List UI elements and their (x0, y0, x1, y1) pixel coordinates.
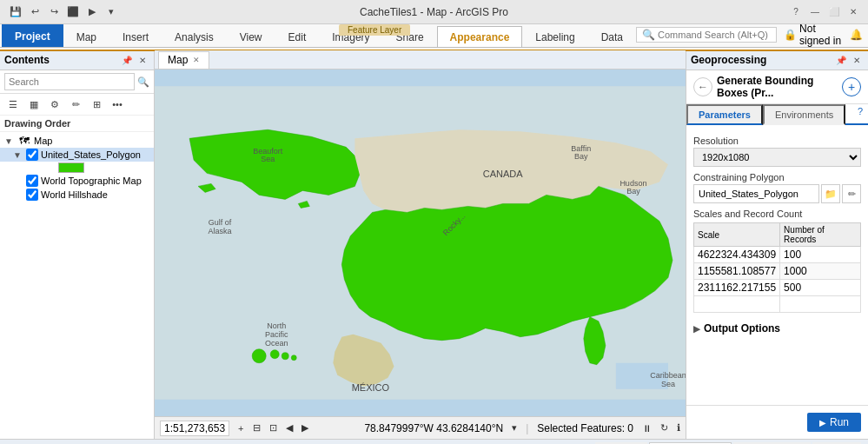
contents-title: Contents (4, 54, 50, 66)
table-row[interactable]: 1155581.108577 1000 (694, 263, 861, 280)
undo-btn[interactable]: ↩ (26, 3, 43, 21)
save-btn[interactable]: 💾 (7, 3, 24, 21)
browse-polygon-btn[interactable]: 📁 (821, 184, 840, 203)
tab-view[interactable]: View (227, 26, 275, 47)
resolution-select[interactable]: 1920x1080 1280x720 3840x2160 (693, 148, 861, 167)
close-geo-btn[interactable]: ✕ (850, 53, 864, 67)
tab-analysis[interactable]: Analysis (162, 26, 227, 47)
map-tab-label: Map (168, 54, 188, 66)
pin-btn[interactable]: 📌 (120, 53, 134, 67)
add-tool-btn[interactable]: + (842, 77, 861, 96)
map-tab[interactable]: Map ✕ (158, 51, 209, 69)
list-item[interactable]: World Topographic Map (0, 174, 154, 188)
svg-text:Bay: Bay (626, 187, 640, 195)
tab-project[interactable]: Project (2, 24, 63, 47)
zoom-in-btn[interactable]: + (238, 423, 243, 434)
scale-selector[interactable]: 1:51,273,653 (160, 421, 229, 436)
constraining-polygon-input[interactable] (693, 184, 819, 203)
run-button[interactable]: ▶ Run (807, 413, 861, 432)
settings-btn[interactable]: ⚙ (45, 96, 64, 113)
layer-visibility-checkbox[interactable] (26, 175, 38, 187)
tab-labeling[interactable]: Labeling (522, 26, 587, 47)
table-row-empty[interactable] (694, 296, 861, 313)
layer-color-swatch[interactable] (58, 162, 84, 173)
window-controls: ? — ⬜ ✕ (788, 4, 861, 20)
back-btn[interactable]: ← (693, 77, 712, 96)
filter-btn[interactable]: ▦ (24, 96, 43, 113)
add-btn[interactable]: ⊞ (87, 96, 106, 113)
maximize-btn[interactable]: ⬜ (826, 4, 842, 20)
svg-point-4 (282, 353, 288, 360)
list-item[interactable]: ▼ United_States_Polygon (0, 148, 154, 162)
help-btn[interactable]: ? (788, 4, 804, 20)
map-tab-bar: Map ✕ (155, 50, 686, 70)
map-area[interactable]: Map ✕ (155, 50, 686, 439)
run-icon: ▶ (819, 418, 826, 427)
contents-search-input[interactable] (4, 73, 135, 90)
tab-appearance[interactable]: Appearance (437, 26, 523, 47)
pause-btn[interactable]: ⏸ (642, 423, 652, 434)
close-panel-btn[interactable]: ✕ (136, 53, 149, 67)
expand-icon: ▼ (4, 136, 15, 146)
list-item[interactable]: ▼ 🗺 Map (0, 134, 154, 148)
expand-icon: ▼ (13, 150, 23, 160)
geo-tool-name: Generate Bounding Boxes (Pr... (717, 75, 838, 99)
stop-btn[interactable]: ⬛ (64, 3, 82, 21)
quick-access-buttons: 💾 ↩ ↪ ⬛ ▶ ▾ (7, 3, 120, 21)
geoprocessing-panel: Geoprocessing 📌 ✕ ← Generate Bounding Bo… (686, 50, 868, 439)
tab-parameters[interactable]: Parameters (686, 104, 763, 125)
svg-text:Sea: Sea (261, 155, 275, 163)
search-icon: 🔍 (642, 29, 655, 41)
close-tab-icon[interactable]: ✕ (193, 56, 200, 64)
bell-icon: 🔔 (850, 29, 863, 41)
panel-controls: 📌 ✕ (120, 53, 149, 67)
tab-insert[interactable]: Insert (109, 26, 162, 47)
map-svg: Gulf of Alaska Beaufort Sea Baffin Bay H… (155, 70, 686, 416)
play-btn[interactable]: ▶ (83, 3, 101, 21)
tab-environments[interactable]: Environments (763, 104, 845, 125)
title-bar: 💾 ↩ ↪ ⬛ ▶ ▾ CacheTiles1 - Map - ArcGIS P… (0, 0, 868, 24)
list-view-btn[interactable]: ☰ (3, 96, 23, 113)
svg-point-3 (270, 350, 279, 359)
command-search-input[interactable] (658, 30, 771, 40)
tab-edit[interactable]: Edit (275, 26, 320, 47)
records-value: 500 (780, 280, 861, 296)
info-btn[interactable]: ℹ (677, 422, 680, 434)
zoom-out-btn[interactable]: ⊟ (253, 422, 261, 434)
close-btn[interactable]: ✕ (845, 4, 861, 20)
feature-layer-context-tab: Feature Layer (339, 24, 410, 36)
table-row[interactable]: 2311162.217155 500 (694, 280, 861, 296)
redo-btn[interactable]: ↪ (45, 3, 63, 21)
edit-polygon-btn[interactable]: ✏ (842, 184, 861, 203)
pin-geo-btn[interactable]: 📌 (834, 53, 848, 67)
refresh-btn[interactable]: ↻ (660, 422, 668, 434)
svg-text:Pacific: Pacific (265, 330, 288, 339)
quick-access-toolbar: 💾 ↩ ↪ ⬛ ▶ ▾ (7, 3, 120, 21)
list-item[interactable]: World Hillshade (0, 188, 154, 202)
table-row[interactable]: 4622324.434309 100 (694, 247, 861, 263)
scale-empty (694, 296, 780, 313)
dropdown-btn[interactable]: ▾ (103, 3, 120, 21)
contents-search-bar: 🔍 (0, 70, 154, 94)
minimize-btn[interactable]: — (807, 4, 823, 20)
tab-map[interactable]: Map (63, 26, 109, 47)
scale-value: 4622324.434309 (694, 247, 780, 263)
map-canvas[interactable]: Gulf of Alaska Beaufort Sea Baffin Bay H… (155, 70, 686, 416)
resolution-field-row: 1920x1080 1280x720 3840x2160 (693, 148, 861, 167)
tab-data[interactable]: Data (588, 26, 636, 47)
output-options-header[interactable]: ▶ Output Options (693, 320, 861, 337)
help-icon[interactable]: ? (852, 104, 868, 123)
next-extent-btn[interactable]: ▶ (301, 422, 308, 434)
layer-visibility-checkbox[interactable] (26, 189, 38, 201)
edit-btn[interactable]: ✏ (66, 96, 85, 113)
geo-footer: ▶ Run (686, 405, 868, 439)
coordinate-dropdown-btn[interactable]: ▾ (512, 422, 517, 434)
contents-panel: Contents 📌 ✕ 🔍 ☰ ▦ ⚙ ✏ ⊞ ••• Drawing Ord… (0, 50, 155, 439)
layer-visibility-checkbox[interactable] (26, 149, 38, 161)
records-header: Number of Records (780, 223, 861, 247)
more-btn[interactable]: ••• (108, 96, 127, 113)
previous-extent-btn[interactable]: ◀ (286, 422, 293, 434)
full-extent-btn[interactable]: ⊡ (269, 422, 277, 434)
geo-tool-title-bar: ← Generate Bounding Boxes (Pr... + (686, 70, 868, 104)
svg-text:Caribbean: Caribbean (650, 371, 686, 380)
